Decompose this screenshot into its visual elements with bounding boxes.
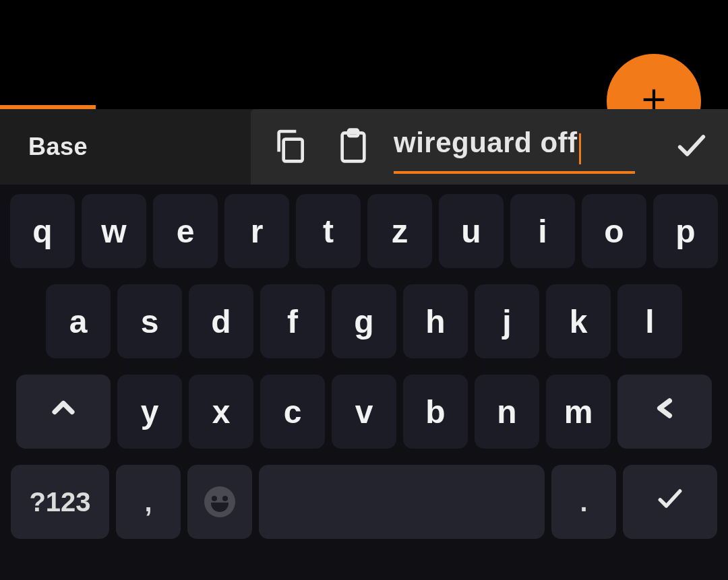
key-z[interactable]: z: [367, 194, 432, 268]
key-v[interactable]: v: [332, 375, 396, 449]
shift-icon: [49, 393, 78, 430]
key-w[interactable]: w: [82, 194, 146, 268]
key-h[interactable]: h: [403, 284, 468, 358]
key-g[interactable]: g: [332, 284, 396, 358]
key-s[interactable]: s: [117, 284, 182, 358]
key-x[interactable]: x: [189, 375, 253, 449]
key-f[interactable]: f: [260, 284, 325, 358]
key-space[interactable]: [259, 465, 545, 539]
paste-button[interactable]: [330, 123, 376, 171]
key-symbols[interactable]: ?123: [11, 465, 109, 539]
key-row-1: q w e r t z u i o p: [11, 194, 717, 268]
key-o[interactable]: o: [582, 194, 646, 268]
key-n[interactable]: n: [475, 375, 539, 449]
svg-rect-2: [284, 139, 303, 162]
key-e[interactable]: e: [153, 194, 218, 268]
key-row-4: ?123 , .: [11, 465, 717, 539]
tab-label: Base: [28, 133, 88, 161]
key-q[interactable]: q: [10, 194, 75, 268]
key-comma[interactable]: ,: [116, 465, 181, 539]
confirm-button[interactable]: [665, 120, 719, 174]
title-input-wrap[interactable]: wireguard off: [394, 127, 635, 168]
check-icon: [674, 128, 709, 166]
title-editor: wireguard off: [251, 109, 728, 185]
app-bar: Base wireguard off: [0, 109, 728, 185]
key-k[interactable]: k: [546, 284, 611, 358]
emoji-icon: [204, 486, 235, 517]
key-enter[interactable]: [623, 465, 717, 539]
key-l[interactable]: l: [617, 284, 682, 358]
key-emoji[interactable]: [187, 465, 252, 539]
key-i[interactable]: i: [510, 194, 575, 268]
check-icon: [655, 484, 685, 521]
key-shift[interactable]: [16, 375, 111, 449]
backspace-icon: [650, 393, 679, 430]
key-d[interactable]: d: [189, 284, 253, 358]
key-b[interactable]: b: [403, 375, 468, 449]
tab-indicator: [0, 105, 96, 109]
key-r[interactable]: r: [224, 194, 289, 268]
key-u[interactable]: u: [439, 194, 504, 268]
key-p[interactable]: p: [653, 194, 718, 268]
key-period[interactable]: .: [551, 465, 616, 539]
key-t[interactable]: t: [296, 194, 361, 268]
key-backspace[interactable]: [617, 375, 712, 449]
title-input[interactable]: wireguard off: [394, 127, 578, 158]
copy-icon: [271, 127, 309, 167]
key-c[interactable]: c: [260, 375, 325, 449]
clipboard-icon: [334, 127, 372, 167]
key-a[interactable]: a: [46, 284, 111, 358]
key-row-2: a s d f g h j k l: [11, 284, 717, 358]
key-j[interactable]: j: [475, 284, 539, 358]
copy-button[interactable]: [267, 123, 313, 171]
text-caret: [579, 133, 581, 164]
key-m[interactable]: m: [546, 375, 611, 449]
key-row-3: y x c v b n m: [11, 375, 717, 449]
tab-base[interactable]: Base: [0, 109, 251, 185]
key-y[interactable]: y: [117, 375, 182, 449]
soft-keyboard: q w e r t z u i o p a s d f g h j k l y …: [0, 185, 728, 580]
